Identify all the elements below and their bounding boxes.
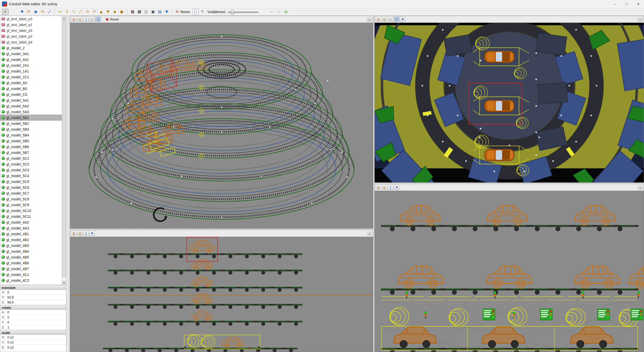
gl_model_5C8[interactable]: gl_model_5C8 bbox=[0, 196, 62, 202]
materials-icon[interactable]: ▤ bbox=[77, 17, 83, 22]
gl_model_5B7[interactable]: gl_model_5B7 bbox=[0, 150, 62, 155]
pointer-tool-button[interactable]: ↖ bbox=[199, 9, 206, 15]
transform-field[interactable]: Z: 1 bbox=[0, 325, 66, 330]
viewport-maximize-button[interactable]: ◳ bbox=[638, 185, 643, 190]
pan-tool-icon[interactable]: ✚ bbox=[394, 185, 399, 190]
move-z-icon[interactable]: ⤡ bbox=[71, 9, 77, 15]
gl_model_5C2[interactable]: gl_model_5C2 bbox=[0, 161, 62, 167]
grid-toggle-icon[interactable]: ▤ bbox=[157, 9, 163, 15]
transform-field[interactable]: Y: 0.12 bbox=[0, 340, 66, 345]
gl_model_2A1[interactable]: gl_model_2A1 bbox=[0, 62, 62, 68]
gl_model_4B7[interactable]: gl_model_4B7 bbox=[0, 266, 62, 272]
materials-icon[interactable]: ▤ bbox=[382, 17, 387, 22]
quad-view-icon[interactable]: ▣ bbox=[150, 9, 156, 15]
orbit-tool-button[interactable]: ○ bbox=[192, 9, 199, 15]
gl_model_5A3[interactable]: gl_model_5A3 bbox=[0, 109, 62, 115]
gl_model_1A1[interactable]: gl_model_1A1 bbox=[0, 68, 62, 74]
materials-icon[interactable]: ▤ bbox=[382, 185, 387, 190]
side-view-canvas[interactable] bbox=[70, 237, 373, 352]
gl_model_5C7[interactable]: gl_model_5C7 bbox=[0, 190, 62, 196]
viewport-maximize-button[interactable]: ◳ bbox=[367, 17, 372, 21]
undo-button[interactable]: ↩ bbox=[268, 9, 275, 15]
gl_model_5B4[interactable]: gl_model_5B4 bbox=[0, 132, 62, 138]
gl_model_5C5[interactable]: gl_model_5C5 bbox=[0, 179, 62, 184]
gl_model_5C3[interactable]: gl_model_5C3 bbox=[0, 167, 62, 173]
scene-cube-icon[interactable]: ▧ bbox=[376, 185, 381, 190]
raise-object-icon[interactable]: ▲ bbox=[98, 9, 104, 15]
gl_model_5B1[interactable]: gl_model_5B1 bbox=[0, 115, 62, 121]
gl_model_5A1[interactable]: gl_model_5A1 bbox=[0, 97, 62, 103]
gl_model_5B3[interactable]: gl_model_5B3 bbox=[0, 126, 62, 132]
transform-field[interactable]: Z: 56.5 bbox=[0, 300, 66, 305]
gl_model_4B4[interactable]: gl_model_4B4 bbox=[0, 248, 62, 254]
gl_model_5C9[interactable]: gl_model_5C9 bbox=[0, 202, 62, 208]
zoom-view-icon[interactable]: ◉ bbox=[32, 9, 39, 15]
gl_text_label_p5[interactable]: gl_text_label_p5 bbox=[0, 28, 6, 33]
scene-list-scrollbar[interactable]: ▲ ▼ bbox=[62, 16, 66, 285]
move-y-icon[interactable]: ↕ bbox=[64, 9, 70, 15]
wireframe-view-icon[interactable]: ▦ bbox=[129, 9, 136, 15]
gl_model_5B5[interactable]: gl_model_5B5 bbox=[0, 138, 62, 144]
gl_model_2[interactable]: gl_model_2 bbox=[0, 45, 62, 51]
transform-field[interactable]: Z: 0.12 bbox=[0, 345, 66, 350]
axes-toggle-icon[interactable]: ✚ bbox=[163, 9, 170, 15]
gl_model_A0[interactable]: gl_model_A0 bbox=[0, 80, 62, 86]
shaded-view-icon[interactable]: ▩ bbox=[136, 9, 143, 15]
gl_text_label_p2[interactable]: gl_text_label_p2 bbox=[0, 33, 6, 39]
scroll-up-button[interactable]: ▲ bbox=[62, 16, 66, 20]
transform-field[interactable]: A: 0 bbox=[0, 310, 66, 315]
scale-object-icon[interactable]: ⤢ bbox=[77, 9, 84, 15]
pan-view-icon[interactable]: ✚ bbox=[19, 9, 25, 15]
minimize-button[interactable]: – bbox=[609, 0, 621, 8]
gl_model_4B1[interactable]: gl_model_4B1 bbox=[0, 231, 62, 237]
gl_model_4B3[interactable]: gl_model_4B3 bbox=[0, 243, 62, 248]
script-icon[interactable]: ƒ bbox=[83, 17, 89, 22]
gl_model_C0[interactable]: gl_model_C0 bbox=[0, 91, 62, 97]
multi-view-icon[interactable]: ◫ bbox=[95, 17, 101, 22]
transform-field[interactable]: X: 0 bbox=[0, 315, 66, 320]
transform-field[interactable]: Y: 52.8 bbox=[0, 295, 66, 300]
gl_model_4C2[interactable]: gl_model_4C2 bbox=[0, 277, 62, 283]
materials-icon[interactable]: ▤ bbox=[77, 231, 83, 236]
snapshot-button[interactable]: ◎ bbox=[283, 9, 289, 15]
gl_model_5C4[interactable]: gl_model_5C4 bbox=[0, 173, 62, 179]
redo-button[interactable]: ↪ bbox=[275, 9, 282, 15]
script-icon[interactable]: ƒ bbox=[83, 231, 89, 236]
orbit-view-icon[interactable]: ⟳ bbox=[26, 9, 32, 15]
multi-view-icon[interactable]: ◫ bbox=[394, 17, 399, 22]
maximize-button[interactable]: □ bbox=[621, 0, 632, 8]
gl_model_4C1[interactable]: gl_model_4C1 bbox=[0, 272, 62, 277]
viewport-maximize-button[interactable]: ◳ bbox=[638, 17, 643, 21]
top-view-canvas[interactable] bbox=[375, 23, 644, 183]
transform-field[interactable]: X: 0.12 bbox=[0, 335, 66, 340]
rotate-ccw-icon[interactable]: ⟲ bbox=[84, 9, 91, 15]
scene-cube-icon[interactable]: ▧ bbox=[376, 17, 381, 22]
gl_model_5C1[interactable]: gl_model_5C1 bbox=[0, 155, 62, 161]
single-view-icon[interactable]: ◻ bbox=[388, 17, 393, 22]
gl_model_4A1[interactable]: gl_model_4A1 bbox=[0, 57, 62, 62]
gl_model_B0[interactable]: gl_model_B0 bbox=[0, 86, 62, 91]
gl_model_5C11[interactable]: gl_model_5C11 bbox=[0, 214, 62, 219]
viewport-reset-button[interactable]: ◉ Reset bbox=[104, 17, 120, 21]
pan-tool-icon[interactable]: ✚ bbox=[400, 17, 405, 22]
pan-tool-icon[interactable]: ✚ bbox=[89, 231, 95, 236]
gl_model_5C6[interactable]: gl_model_5C6 bbox=[0, 184, 62, 190]
selection-filter-toggle[interactable]: ✔ bbox=[2, 9, 9, 15]
scroll-down-button[interactable]: ▼ bbox=[62, 281, 66, 285]
center-icon[interactable]: ● bbox=[118, 9, 125, 15]
gl_model_3A1[interactable]: gl_model_3A1 bbox=[0, 51, 62, 57]
script-icon[interactable]: ƒ bbox=[388, 185, 393, 190]
gl_model_4B5[interactable]: gl_model_4B5 bbox=[0, 254, 62, 260]
lower-object-icon[interactable]: ▼ bbox=[105, 9, 111, 15]
distance-slider[interactable] bbox=[228, 9, 258, 14]
elevation-view-canvas[interactable] bbox=[375, 191, 644, 352]
gl_model_5C10[interactable]: gl_model_5C10 bbox=[0, 208, 62, 214]
transform-field[interactable]: X: 0 bbox=[0, 290, 66, 295]
gl_model_4A2[interactable]: gl_model_4A2 bbox=[0, 219, 62, 225]
slider-thumb[interactable] bbox=[231, 10, 234, 14]
gl_model_5B2[interactable]: gl_model_5B2 bbox=[0, 121, 62, 126]
gl_text_label_p1[interactable]: gl_text_label_p1 bbox=[0, 22, 6, 28]
single-view-icon[interactable]: ◻ bbox=[89, 17, 95, 22]
gl_model_5A2[interactable]: gl_model_5A2 bbox=[0, 103, 62, 109]
rotate-view-icon[interactable]: ⟲ bbox=[39, 9, 46, 15]
